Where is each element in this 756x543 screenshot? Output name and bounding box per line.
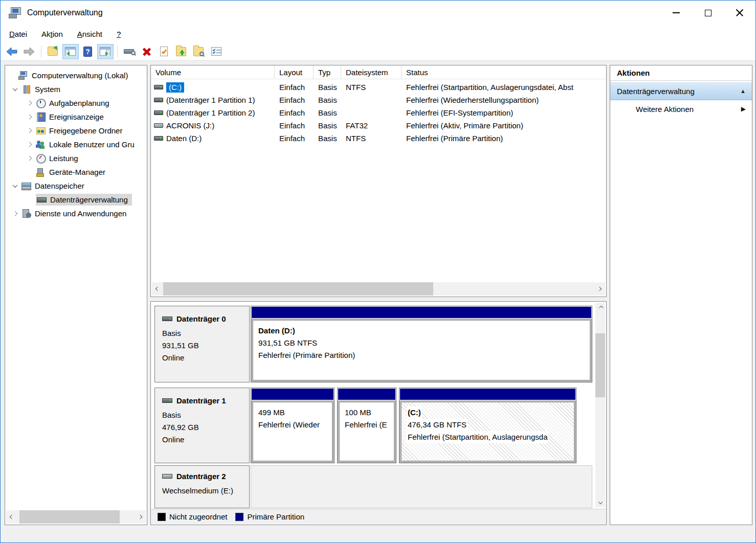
- chevron-expanded-icon[interactable]: [10, 85, 19, 94]
- partition-size: 499 MB: [258, 406, 327, 419]
- disk-view-vertical-scrollbar[interactable]: [595, 303, 605, 507]
- chevron-collapsed-icon[interactable]: [25, 99, 34, 108]
- console-tree-panel: Computerverwaltung (Lokal) System Aufgab…: [5, 65, 147, 525]
- scrollbar-thumb[interactable]: [19, 510, 120, 524]
- computer-management-window: Computerverwaltung Datei Aktion Ansicht …: [0, 0, 756, 543]
- menu-datei[interactable]: Datei: [3, 27, 33, 41]
- volume-row-c[interactable]: (C:) Einfach Basis NTFS Fehlerfrei (Star…: [151, 81, 606, 94]
- volume-row-daten[interactable]: Daten (D:) Einfach Basis NTFS Fehlerfrei…: [151, 132, 606, 145]
- tree-item-leistung[interactable]: Leistung: [5, 151, 147, 165]
- tree-item-lokale-benutzer[interactable]: Lokale Benutzer und Gru: [5, 138, 147, 151]
- chevron-collapsed-icon[interactable]: [25, 126, 34, 135]
- back-button[interactable]: [4, 44, 20, 59]
- actions-header: Aktionen: [610, 65, 752, 81]
- disk-management-icon: [37, 195, 47, 204]
- partition-legend: Nicht zugeordnet Primäre Partition: [151, 509, 606, 524]
- back-arrow-icon: [6, 47, 18, 56]
- scroll-right-button[interactable]: [135, 510, 146, 524]
- disk-name: Datenträger 0: [176, 314, 226, 323]
- disk-name: Datenträger 2: [176, 472, 226, 481]
- help-icon: ?: [82, 46, 94, 57]
- chevron-collapsed-icon[interactable]: [10, 209, 19, 218]
- tree-item-datentraegerverwaltung[interactable]: Datenträgerverwaltung: [5, 193, 147, 207]
- partition-recovery[interactable]: 499 MB Fehlerfrei (Wieder: [251, 388, 335, 463]
- properties-button[interactable]: [156, 44, 172, 59]
- tree-selected-highlight: Datenträgerverwaltung: [36, 194, 132, 206]
- export-list-button[interactable]: [45, 44, 61, 59]
- scroll-right-button[interactable]: [594, 282, 605, 296]
- tree-label: Dienste und Anwendungen: [35, 209, 126, 218]
- tree-item-freigegebene-ordner[interactable]: Freigegebene Ordner: [5, 124, 147, 138]
- task-list-button[interactable]: [208, 44, 225, 59]
- actions-group-datentraegerverwaltung[interactable]: Datenträgerverwaltung ▲: [610, 82, 752, 100]
- chevron-expanded-icon[interactable]: [10, 182, 19, 191]
- collapse-arrow-icon[interactable]: ▲: [740, 88, 746, 94]
- status-strip: [1, 529, 755, 542]
- tree-horizontal-scrollbar[interactable]: [6, 510, 146, 524]
- column-volume[interactable]: Volume: [151, 65, 275, 79]
- delete-button[interactable]: [139, 44, 155, 59]
- app-icon: [9, 7, 22, 18]
- column-dateisystem[interactable]: Dateisystem: [341, 65, 402, 79]
- partition-daten-d[interactable]: Daten (D:) 931,51 GB NTFS Fehlerfrei (Pr…: [251, 306, 592, 382]
- forward-button[interactable]: [21, 44, 37, 59]
- folder-search-button[interactable]: [191, 44, 207, 59]
- volume-list-header: Volume Layout Typ Dateisystem Status: [151, 65, 606, 79]
- folder-up-button[interactable]: [173, 44, 190, 59]
- help-button[interactable]: ?: [80, 44, 96, 59]
- rescan-disks-button[interactable]: [121, 44, 138, 59]
- selected-volume-label: (C:): [166, 82, 184, 93]
- close-button[interactable]: [724, 1, 755, 25]
- weitere-aktionen-item[interactable]: Weitere Aktionen ▶: [610, 100, 752, 118]
- legend-unallocated: Nicht zugeordnet: [158, 512, 227, 521]
- tree-item-geraete-manager[interactable]: Geräte-Manager: [5, 165, 147, 179]
- menu-ansicht[interactable]: Ansicht: [71, 27, 108, 41]
- scroll-down-button[interactable]: [595, 497, 605, 507]
- disk-rescan-icon: [123, 46, 136, 57]
- disk0-label-cell[interactable]: Datenträger 0 Basis 931,51 GB Online: [154, 306, 250, 382]
- tree-item-ereignisanzeige[interactable]: Ereignisanzeige: [5, 110, 147, 124]
- volume-icon: [154, 98, 163, 102]
- chevron-collapsed-icon[interactable]: [25, 112, 34, 122]
- partition-c-selected[interactable]: (C:) 476,34 GB NTFS Fehlerfrei (Startpar…: [399, 388, 576, 463]
- show-console-tree-button[interactable]: [62, 44, 79, 59]
- volume-list-horizontal-scrollbar[interactable]: [152, 282, 605, 296]
- partition-efi[interactable]: 100 MB Fehlerfrei (E: [337, 388, 396, 463]
- tree-item-computerverwaltung[interactable]: Computerverwaltung (Lokal): [5, 69, 147, 82]
- volume-row-disk1-part2[interactable]: (Datenträger 1 Partition 2) Einfach Basi…: [151, 106, 606, 119]
- disk2-label-cell[interactable]: Datenträger 2 Wechselmedium (E:): [154, 465, 250, 508]
- scroll-up-button[interactable]: [595, 303, 605, 313]
- tree-item-dienste-anwendungen[interactable]: Dienste und Anwendungen: [5, 207, 147, 220]
- tree-item-datenspeicher[interactable]: Datenspeicher: [5, 179, 147, 193]
- disk-icon: [162, 316, 172, 321]
- scroll-left-button[interactable]: [6, 510, 17, 524]
- tree-label: Leistung: [49, 154, 78, 163]
- tree-item-system[interactable]: System: [5, 82, 147, 96]
- toolbar-separator: [117, 46, 118, 58]
- menu-help[interactable]: ?: [110, 27, 127, 41]
- chevron-collapsed-icon[interactable]: [25, 154, 34, 163]
- scrollbar-thumb[interactable]: [163, 282, 433, 296]
- tree-item-aufgabenplanung[interactable]: Aufgabenplanung: [5, 96, 147, 110]
- scroll-left-button[interactable]: [152, 282, 163, 296]
- menu-aktion[interactable]: Aktion: [35, 27, 69, 41]
- column-typ[interactable]: Typ: [314, 65, 341, 79]
- maximize-icon: [705, 10, 711, 16]
- volume-row-disk1-part1[interactable]: (Datenträger 1 Partition 1) Einfach Basi…: [151, 94, 606, 106]
- minimize-button[interactable]: [660, 1, 692, 25]
- volume-row-acronis[interactable]: ACRONIS (J:) Einfach Basis FAT32 Fehlerf…: [151, 119, 606, 132]
- column-layout[interactable]: Layout: [275, 65, 314, 79]
- volume-icon: [154, 123, 163, 128]
- storage-icon: [21, 182, 31, 190]
- scrollbar-thumb[interactable]: [595, 333, 605, 397]
- maximize-button[interactable]: [692, 1, 724, 25]
- partition-color-bar: [251, 388, 334, 400]
- disk1-label-cell[interactable]: Datenträger 1 Basis 476,92 GB Online: [154, 388, 250, 463]
- chevron-collapsed-icon[interactable]: [25, 140, 34, 149]
- column-status[interactable]: Status: [402, 65, 606, 79]
- legend-primary-partition: Primäre Partition: [235, 512, 304, 521]
- services-icon: [21, 209, 31, 218]
- disk2-empty-media-area: [251, 465, 592, 508]
- tree-label: System: [35, 85, 60, 94]
- show-action-pane-button[interactable]: [97, 44, 114, 59]
